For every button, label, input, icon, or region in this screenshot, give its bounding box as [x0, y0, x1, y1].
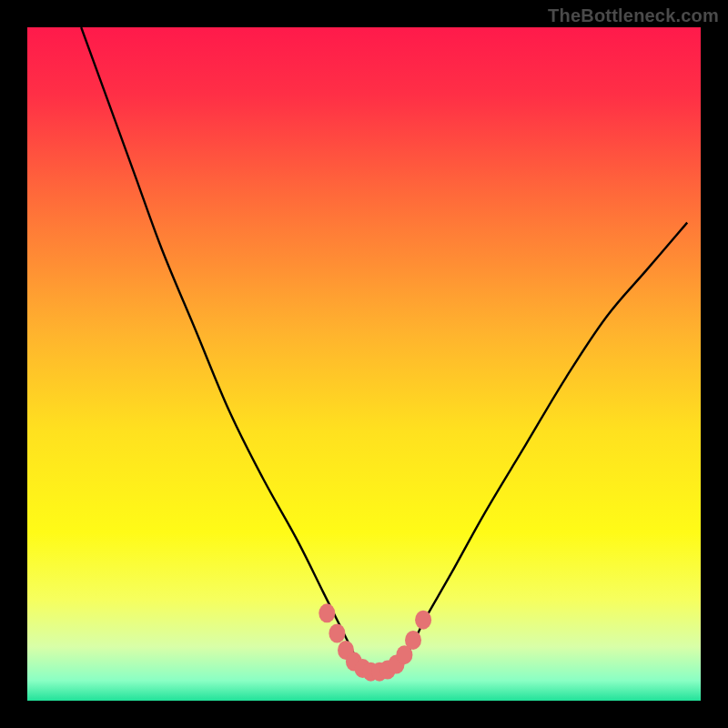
- cluster-marker: [329, 624, 345, 643]
- bottleneck-curve: [81, 27, 687, 674]
- chart-svg: [27, 27, 701, 701]
- chart-frame: TheBottleneck.com: [0, 0, 728, 728]
- cluster-marker: [318, 603, 335, 622]
- cluster-marker: [415, 611, 431, 630]
- watermark-text: TheBottleneck.com: [548, 5, 719, 26]
- cluster-marker: [405, 631, 421, 650]
- plot-area: [27, 27, 701, 701]
